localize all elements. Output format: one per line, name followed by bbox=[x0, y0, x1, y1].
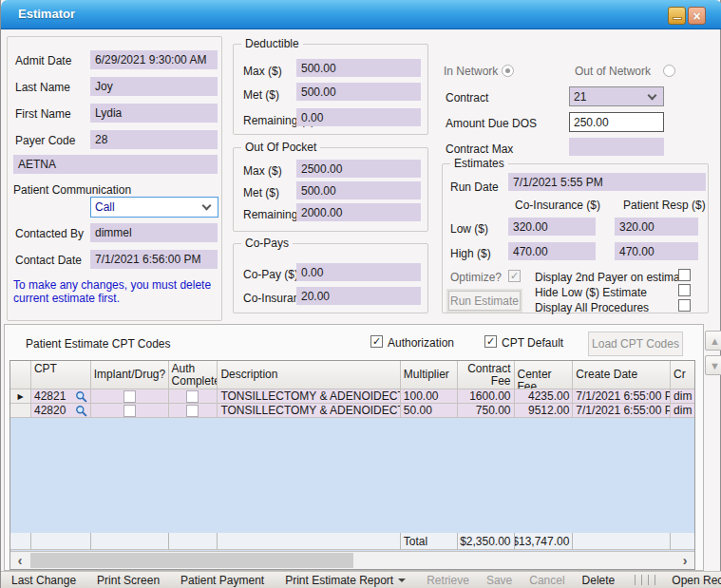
magnifier-icon[interactable] bbox=[75, 405, 87, 417]
column-header-contract-fee[interactable]: Contract Fee bbox=[458, 361, 515, 389]
create-date-cell[interactable]: 7/1/2021 6:55:00 P bbox=[573, 389, 671, 404]
deductible-remaining-field[interactable]: 0.00 bbox=[296, 108, 421, 126]
cancel-button[interactable]: Cancel bbox=[529, 574, 564, 587]
grid-row-42821[interactable]: ▶ 42821 TONSILLECTOMY & ADENOIDECTOM 100… bbox=[10, 389, 694, 404]
print-screen-button[interactable]: Print Screen bbox=[97, 574, 160, 587]
cpt-default-checkbox[interactable]: ✓ bbox=[484, 335, 497, 348]
high-coinsurance-field[interactable]: 470.00 bbox=[508, 242, 596, 260]
cpt-cell[interactable]: 42821 bbox=[31, 389, 91, 404]
total-spacer bbox=[218, 533, 400, 550]
amount-due-dos-input[interactable]: 250.00 bbox=[569, 112, 664, 132]
payer-name-field[interactable]: AETNA bbox=[13, 155, 218, 174]
horizontal-scrollbar[interactable]: ‹ › bbox=[10, 551, 694, 569]
scroll-left-button[interactable]: ‹ bbox=[10, 552, 29, 569]
contract-label: Contract bbox=[446, 91, 488, 104]
oop-remaining-field[interactable]: 2000.00 bbox=[296, 203, 421, 221]
admit-date-field[interactable]: 6/29/2021 9:30:00 AM bbox=[90, 50, 218, 69]
high-patient-resp-field[interactable]: 470.00 bbox=[615, 242, 698, 260]
authorization-checkbox[interactable]: ✓ bbox=[370, 335, 383, 348]
implant-cell[interactable] bbox=[91, 404, 169, 418]
footer-right-group: Retrieve Save Cancel Delete Open Recent … bbox=[427, 574, 721, 587]
center-fee-cell[interactable]: 9512.00 bbox=[515, 404, 574, 418]
patient-resp-column-header: Patient Resp ($) bbox=[623, 199, 706, 212]
low-patient-resp-field[interactable]: 320.00 bbox=[615, 218, 698, 236]
auth-cell[interactable] bbox=[169, 404, 218, 418]
implant-cell[interactable] bbox=[91, 389, 169, 404]
created-by-cell[interactable]: dim bbox=[671, 404, 694, 418]
coinsurance-field[interactable]: 20.00 bbox=[296, 287, 421, 305]
load-cpt-codes-button[interactable]: Load CPT Codes bbox=[588, 332, 683, 356]
last-name-field[interactable]: Joy bbox=[90, 77, 218, 96]
contact-date-field[interactable]: 7/1/2021 6:56:00 PM bbox=[90, 250, 218, 269]
minimize-button[interactable] bbox=[668, 7, 686, 25]
column-header-multiplier[interactable]: Multiplier bbox=[401, 361, 458, 389]
deductible-met-field[interactable]: 500.00 bbox=[296, 83, 421, 101]
patient-payment-button[interactable]: Patient Payment bbox=[180, 574, 264, 587]
row-up-button[interactable]: ▲ bbox=[705, 331, 721, 351]
payer-code-field[interactable]: 28 bbox=[90, 130, 218, 149]
coinsurance-column-header: Co-Insurance ($) bbox=[515, 199, 600, 212]
total-spacer bbox=[169, 533, 218, 550]
scrollbar-thumb[interactable] bbox=[30, 553, 353, 568]
last-name-label: Last Name bbox=[15, 81, 70, 94]
oop-met-field[interactable]: 500.00 bbox=[296, 181, 421, 199]
display-all-procedures-checkbox[interactable] bbox=[678, 299, 691, 312]
contract-combobox[interactable]: 21 bbox=[569, 86, 664, 106]
out-of-network-radio[interactable] bbox=[663, 65, 675, 77]
column-header-created-by[interactable]: Cr bbox=[671, 361, 694, 389]
save-button[interactable]: Save bbox=[486, 574, 512, 587]
description-cell[interactable]: TONSILLECTOMY & ADENOIDECTOM bbox=[218, 389, 400, 404]
auth-checkbox[interactable] bbox=[186, 390, 199, 403]
deductible-met-label: Met ($) bbox=[243, 88, 279, 102]
multiplier-cell[interactable]: 50.00 bbox=[401, 404, 458, 418]
run-estimate-button[interactable]: Run Estimate bbox=[448, 291, 521, 311]
copay-field[interactable]: 0.00 bbox=[296, 263, 421, 281]
created-by-cell[interactable]: dim bbox=[671, 389, 694, 404]
in-network-radio[interactable] bbox=[502, 65, 514, 77]
column-header-cpt[interactable]: CPT bbox=[31, 361, 91, 389]
row-selector-cell[interactable] bbox=[10, 404, 31, 418]
multiplier-cell[interactable]: 100.00 bbox=[401, 389, 458, 404]
implant-checkbox[interactable] bbox=[123, 390, 136, 403]
description-cell[interactable]: TONSILLECTOMY & ADENOIDECTOM bbox=[218, 404, 400, 418]
contract-fee-cell[interactable]: 750.00 bbox=[458, 404, 515, 418]
optimize-checkbox[interactable]: ✓ bbox=[508, 270, 521, 282]
communication-combobox[interactable]: Call bbox=[90, 197, 218, 218]
check-icon: ✓ bbox=[510, 271, 519, 281]
column-header-center-fee[interactable]: Center Fee bbox=[515, 361, 574, 389]
magnifier-icon[interactable] bbox=[75, 390, 87, 403]
column-header-implant[interactable]: Implant/Drug? bbox=[91, 361, 169, 389]
auth-checkbox[interactable] bbox=[186, 405, 199, 417]
total-spacer bbox=[31, 533, 91, 550]
run-date-field[interactable]: 7/1/2021 5:55 PM bbox=[508, 173, 706, 191]
deductible-max-field[interactable]: 500.00 bbox=[296, 59, 421, 77]
oop-max-field[interactable]: 2500.00 bbox=[296, 160, 421, 178]
create-date-cell[interactable]: 7/1/2021 6:55:00 P bbox=[573, 404, 671, 418]
up-arrow-icon: ▲ bbox=[710, 335, 720, 347]
first-name-field[interactable]: Lydia bbox=[90, 104, 218, 123]
contract-max-field[interactable] bbox=[569, 138, 664, 156]
cpt-cell[interactable]: 42820 bbox=[31, 404, 91, 418]
contacted-by-field[interactable]: dimmel bbox=[90, 223, 218, 242]
print-estimate-report-button[interactable]: Print Estimate Report bbox=[285, 574, 406, 587]
display-2nd-payer-checkbox[interactable] bbox=[678, 269, 691, 281]
low-coinsurance-field[interactable]: 320.00 bbox=[508, 218, 596, 236]
contract-fee-cell[interactable]: 1600.00 bbox=[458, 389, 515, 404]
column-header-auth[interactable]: Auth Complete bbox=[169, 361, 218, 389]
open-recent-button[interactable]: Open Recent bbox=[672, 574, 721, 587]
column-header-description[interactable]: Description bbox=[218, 361, 400, 389]
copay-label: Co-Pay ($) bbox=[243, 268, 298, 281]
close-button[interactable]: × bbox=[688, 7, 706, 25]
row-down-button[interactable]: ▼ bbox=[705, 355, 721, 375]
last-change-button[interactable]: Last Change bbox=[11, 574, 76, 587]
center-fee-cell[interactable]: 4235.00 bbox=[515, 389, 574, 404]
delete-button[interactable]: Delete bbox=[582, 574, 616, 587]
column-header-create-date[interactable]: Create Date bbox=[573, 361, 671, 389]
hide-low-estimate-checkbox[interactable] bbox=[678, 284, 691, 296]
retrieve-button[interactable]: Retrieve bbox=[427, 574, 469, 587]
scroll-right-button[interactable]: › bbox=[675, 552, 694, 569]
print-estimate-report-label: Print Estimate Report bbox=[285, 574, 393, 587]
auth-cell[interactable] bbox=[169, 389, 218, 404]
grid-row-42820[interactable]: 42820 TONSILLECTOMY & ADENOIDECTOM 50.00… bbox=[10, 404, 694, 418]
implant-checkbox[interactable] bbox=[123, 405, 136, 417]
